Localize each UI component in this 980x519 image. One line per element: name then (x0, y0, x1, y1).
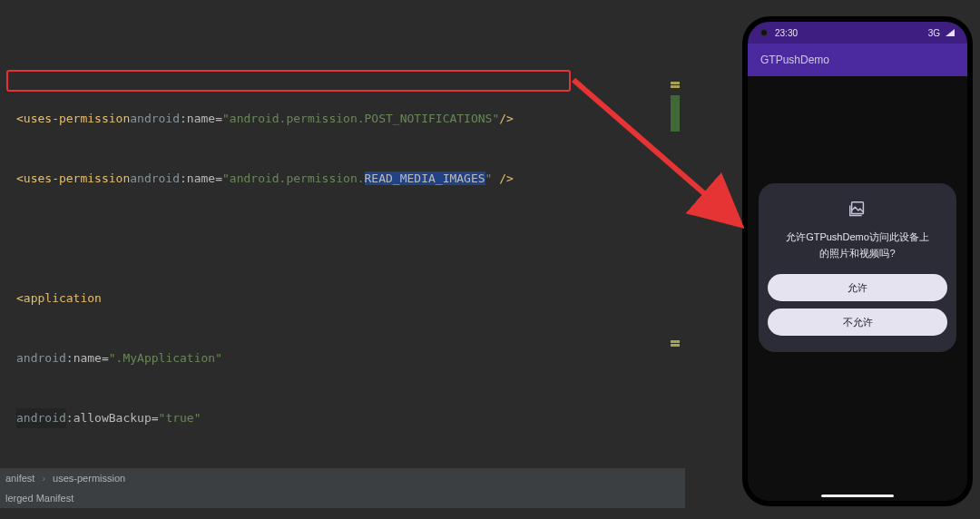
signal-icon (946, 29, 955, 36)
phone-preview: 23:30 3G GTPushDemo 允许GTPushDemo访问此设备上 的… (742, 16, 973, 506)
allow-button[interactable]: 允许 (768, 274, 947, 301)
status-time: 23:30 (775, 28, 798, 38)
code-line-highlighted: <uses-permission android:name="android.p… (16, 169, 685, 189)
app-bar: GTPushDemo (748, 44, 967, 76)
code-line: android:name=".MyApplication" (16, 348, 685, 368)
code-line: <uses-permission android:name="android.p… (16, 109, 685, 129)
app-title: GTPushDemo (760, 54, 829, 66)
status-bar: 23:30 3G (748, 22, 967, 44)
deny-button[interactable]: 不允许 (768, 308, 947, 336)
media-icon (768, 200, 947, 220)
crumb-item[interactable]: uses-permission (53, 468, 125, 488)
code-line: android:allowBackup="true" (16, 408, 685, 428)
home-indicator[interactable] (821, 495, 894, 497)
phone-screen: 23:30 3G GTPushDemo 允许GTPushDemo访问此设备上 的… (748, 22, 967, 501)
breadcrumb[interactable]: anifest › uses-permission (0, 468, 685, 488)
permission-dialog: 允许GTPushDemo访问此设备上 的照片和视频吗? 允许 不允许 (759, 183, 956, 352)
chevron-right-icon: › (42, 468, 45, 488)
crumb-item[interactable]: anifest (5, 468, 34, 488)
dialog-text: 允许GTPushDemo访问此设备上 的照片和视频吗? (768, 229, 947, 274)
code-editor: <uses-permission android:name="android.p… (0, 0, 685, 519)
highlight-box (6, 70, 571, 92)
camera-icon (760, 29, 768, 36)
minimap[interactable] (671, 82, 680, 348)
bottom-tab[interactable]: lerged Manifest (0, 488, 685, 508)
code-line (16, 49, 685, 69)
code-line: <application (16, 289, 685, 308)
status-network: 3G (928, 28, 940, 38)
